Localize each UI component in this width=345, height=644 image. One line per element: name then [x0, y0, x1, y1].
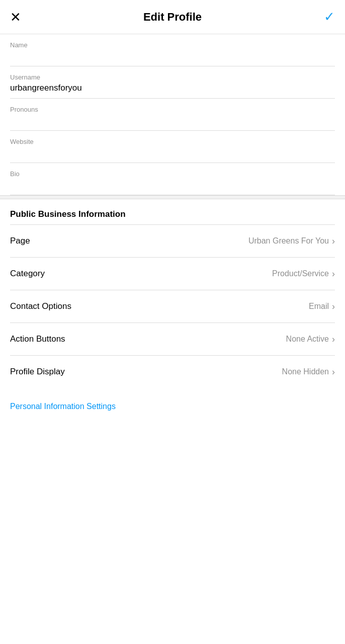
contact-options-chevron-icon: › — [332, 302, 335, 311]
contact-options-row[interactable]: Contact Options Email › — [10, 290, 335, 323]
profile-display-label: Profile Display — [10, 367, 65, 377]
profile-display-value: None Hidden — [282, 367, 329, 376]
profile-display-row[interactable]: Profile Display None Hidden › — [10, 356, 335, 388]
personal-info-settings-link[interactable]: Personal Information Settings — [10, 402, 116, 411]
category-value: Product/Service — [272, 269, 329, 278]
name-field: Name — [10, 34, 335, 66]
profile-form: Name Username Pronouns Website Bio — [0, 34, 345, 195]
action-buttons-row[interactable]: Action Buttons None Active › — [10, 323, 335, 356]
profile-display-chevron-icon: › — [332, 367, 335, 376]
contact-options-value: Email — [309, 302, 329, 311]
page-value: Urban Greens For You — [248, 236, 329, 246]
section-divider — [0, 195, 345, 199]
action-buttons-right: None Active › — [286, 335, 335, 344]
website-label: Website — [10, 138, 335, 145]
username-field: Username — [10, 66, 335, 99]
page-title: Edit Profile — [143, 11, 202, 24]
username-label: Username — [10, 73, 335, 81]
action-buttons-label: Action Buttons — [10, 334, 65, 344]
contact-options-right: Email › — [309, 302, 335, 311]
category-chevron-icon: › — [332, 269, 335, 278]
page-right: Urban Greens For You › — [248, 236, 335, 246]
business-info-section: Public Business Information Page Urban G… — [0, 199, 345, 388]
close-button[interactable]: ✕ — [10, 11, 21, 24]
contact-options-label: Contact Options — [10, 301, 71, 311]
website-input[interactable] — [10, 147, 335, 163]
bio-input[interactable] — [10, 180, 335, 195]
pronouns-input[interactable] — [10, 115, 335, 130]
header: ✕ Edit Profile ✓ — [0, 0, 345, 34]
username-input[interactable] — [10, 83, 335, 98]
name-input[interactable] — [10, 51, 335, 66]
action-buttons-chevron-icon: › — [332, 335, 335, 344]
name-label: Name — [10, 41, 335, 49]
bio-label: Bio — [10, 170, 335, 178]
pronouns-field: Pronouns — [10, 99, 335, 131]
category-option-row[interactable]: Category Product/Service › — [10, 258, 335, 290]
page-label: Page — [10, 236, 30, 246]
action-buttons-value: None Active — [286, 335, 329, 344]
personal-info-link-container: Personal Information Settings — [0, 388, 345, 421]
category-label: Category — [10, 269, 45, 279]
bio-field: Bio — [10, 163, 335, 195]
website-field: Website — [10, 131, 335, 163]
category-right: Product/Service › — [272, 269, 335, 278]
save-button[interactable]: ✓ — [324, 9, 335, 25]
page-chevron-icon: › — [332, 236, 335, 246]
pronouns-label: Pronouns — [10, 106, 335, 113]
business-section-title: Public Business Information — [10, 199, 335, 224]
profile-display-right: None Hidden › — [282, 367, 335, 376]
page-option-row[interactable]: Page Urban Greens For You › — [10, 225, 335, 258]
